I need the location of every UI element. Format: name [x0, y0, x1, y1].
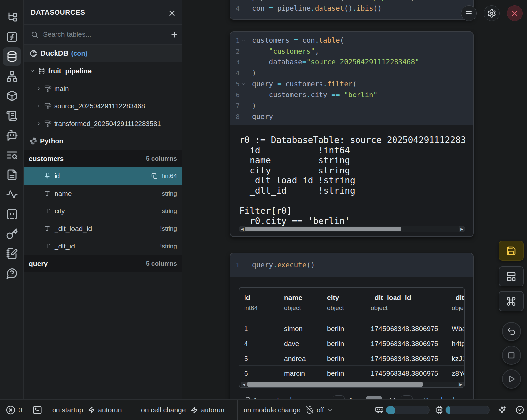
- code-line[interactable]: 2 "customers",: [233, 46, 473, 57]
- column-row-_dlt_load_id[interactable]: _dlt_load_id!string: [24, 220, 182, 237]
- chevron-down-icon: [241, 38, 246, 43]
- rail-file-text-button[interactable]: [3, 166, 21, 184]
- code-line[interactable]: 7): [233, 100, 473, 111]
- code-line[interactable]: 4): [233, 68, 473, 79]
- tree-item-main[interactable]: main: [24, 80, 182, 97]
- errors-indicator[interactable]: 0: [6, 400, 22, 420]
- zap-icon: [88, 406, 95, 414]
- ibis-expression-output: r0 := DatabaseTable: source_202504291112…: [239, 135, 465, 226]
- command-palette-button[interactable]: [499, 291, 524, 311]
- run-button[interactable]: [502, 369, 521, 389]
- code-line[interactable]: 8query: [233, 111, 473, 122]
- column-dtype: !string: [160, 225, 177, 232]
- on-cell-change-setting[interactable]: on cell change:autorun: [141, 400, 225, 420]
- type-icon: [44, 243, 50, 249]
- rail-function-square-button[interactable]: [3, 28, 21, 46]
- rail-code-square-button[interactable]: [3, 205, 21, 223]
- rail-text-search-button[interactable]: [3, 146, 21, 164]
- table-section-customers[interactable]: customers5 columns: [24, 150, 182, 167]
- column-dtype: string: [162, 190, 177, 197]
- menu-button[interactable]: [461, 5, 477, 21]
- help-bubble-icon: [6, 267, 18, 279]
- ram-indicator: [375, 400, 384, 420]
- close-panel-button[interactable]: [167, 8, 177, 19]
- activity-bar: [0, 0, 24, 399]
- code-line[interactable]: 1customers = con.table(: [233, 35, 473, 46]
- chevron-right-icon: [36, 103, 41, 109]
- column-dtype: !string: [160, 243, 177, 250]
- rail-box-button[interactable]: [3, 87, 21, 105]
- scroll-left-arrow: ◀: [239, 226, 245, 232]
- copy-icon[interactable]: [151, 173, 158, 179]
- column-row-city[interactable]: citystring: [24, 202, 182, 220]
- rail-database-button[interactable]: [3, 47, 21, 66]
- cpu-indicator: [435, 400, 444, 420]
- paint-roller-icon: [44, 120, 52, 127]
- activity-icon: [6, 188, 18, 200]
- column-row-name[interactable]: namestring: [24, 185, 182, 202]
- tree-item-source_202504291112283468[interactable]: source_202504291112283468: [24, 97, 182, 115]
- column-row-_dlt_id[interactable]: _dlt_id!string: [24, 237, 182, 255]
- code-line[interactable]: 3 database="source_202504291112283468": [233, 57, 473, 68]
- column-dtype: !int64: [162, 172, 177, 180]
- layout-button[interactable]: [499, 266, 524, 286]
- code-line[interactable]: 1query.execute(): [233, 260, 473, 271]
- code-cell-2[interactable]: 1customers = con.table(2 "customers",3 d…: [230, 31, 474, 237]
- cpu-meter: [445, 406, 490, 414]
- table-row: 6marcinberlin1745968348.3806975z8Yo: [239, 365, 465, 380]
- settings-button[interactable]: [484, 5, 500, 21]
- code-cell-3[interactable]: 1query.execute()idnamecity_dlt_load_id_d…: [230, 253, 474, 405]
- on-module-change-setting[interactable]: on module change:off: [244, 400, 333, 420]
- output-hscrollbar[interactable]: ◀▶: [239, 226, 465, 232]
- column-row-id[interactable]: id!int64: [24, 167, 182, 185]
- box-icon: [6, 90, 18, 102]
- on-startup-setting[interactable]: on startup:autorun: [52, 400, 122, 420]
- engine-row-duckdb[interactable]: DuckDB(con): [24, 45, 182, 62]
- rail-key-button[interactable]: [3, 225, 21, 243]
- rail-activity-button[interactable]: [3, 185, 21, 204]
- search-bar[interactable]: Search tables...: [24, 25, 182, 45]
- code-line[interactable]: 6 customers.city == "berlin": [233, 90, 473, 100]
- code-cell-1[interactable]: 3pipeline = dlt.attach("fruit_pipeline")…: [230, 0, 474, 20]
- tree-item-transformed_202504291112283581[interactable]: transformed_202504291112283581: [24, 115, 182, 132]
- python-logo-icon: [29, 137, 37, 145]
- sparkles-icon: [498, 406, 506, 414]
- code-line[interactable]: 5query = customers.filter(: [233, 79, 473, 90]
- close-icon: [510, 9, 519, 18]
- kernel-status-indicator[interactable]: [515, 400, 524, 420]
- shutdown-button[interactable]: [507, 5, 523, 21]
- terminal-button[interactable]: [32, 400, 42, 420]
- notebook-pen-icon: [6, 248, 18, 259]
- table-section-query[interactable]: query5 columns: [24, 255, 182, 272]
- section-python[interactable]: Python: [24, 132, 182, 150]
- rail-file-tree-button[interactable]: [3, 8, 21, 26]
- tree-item-fruit_pipeline[interactable]: fruit_pipeline: [24, 62, 182, 80]
- datasources-panel: DATASOURCES Search tables... DuckDB(con)…: [24, 0, 182, 399]
- code-line[interactable]: 4con = pipeline.dataset().ibis(): [233, 3, 473, 14]
- scroll-left-arrow: ◀: [241, 382, 247, 387]
- text-search-icon: [6, 149, 18, 161]
- add-datasource-button[interactable]: [167, 25, 182, 45]
- copy-icon: [151, 173, 158, 179]
- table-row: 5andreaberlin1745968348.3806975kzJ1: [239, 351, 465, 365]
- scroll-thumb[interactable]: [247, 382, 423, 387]
- chevron-down-icon: [327, 407, 333, 413]
- undo-button[interactable]: [502, 322, 521, 341]
- rail-notebook-pen-button[interactable]: [3, 244, 21, 263]
- rail-bot-message-button[interactable]: [3, 126, 21, 145]
- stop-icon: [506, 350, 517, 361]
- rail-scroll-text-button[interactable]: [3, 106, 21, 125]
- cell-output: idnamecity_dlt_load_id_dlt_idint64object…: [230, 277, 473, 404]
- scroll-thumb[interactable]: [245, 227, 401, 231]
- stop-button[interactable]: [502, 346, 521, 365]
- table-hscrollbar[interactable]: ◀▶: [241, 382, 464, 387]
- code-line[interactable]: 3pipeline = dlt.attach("fruit_pipeline"): [233, 0, 473, 3]
- close-icon: [168, 9, 176, 18]
- hash-icon: [44, 173, 50, 179]
- rail-help-bubble-button[interactable]: [3, 264, 21, 283]
- rail-network-button[interactable]: [3, 67, 21, 86]
- save-button[interactable]: [499, 241, 524, 261]
- ai-assistant-button[interactable]: [498, 400, 506, 420]
- column-count: 5 columns: [146, 260, 177, 267]
- table-row: 1simonberlin1745968348.3806975Wba: [239, 321, 465, 336]
